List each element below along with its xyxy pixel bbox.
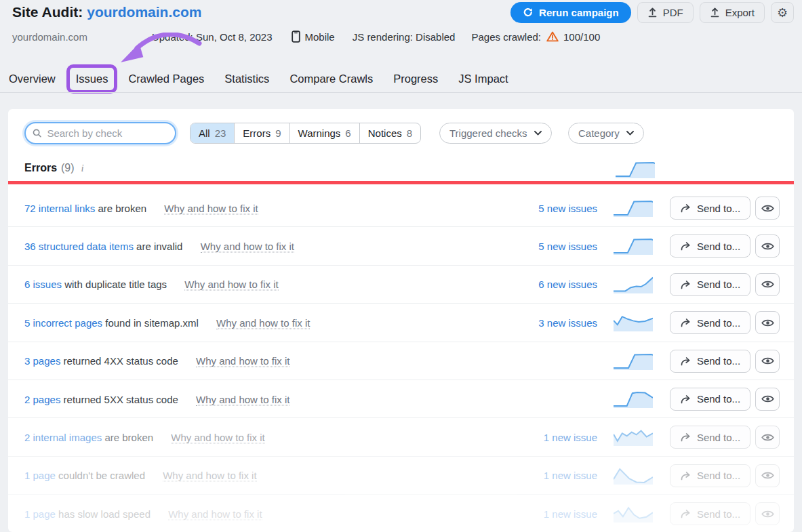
send-to-button[interactable]: Send to... <box>670 502 750 525</box>
filter-label: Warnings <box>298 127 341 139</box>
issue-link[interactable]: 1 page <box>24 508 56 519</box>
export-button[interactable]: Export <box>700 2 765 23</box>
issue-link[interactable]: 3 pages <box>24 355 60 367</box>
info-icon[interactable]: i <box>81 163 84 174</box>
upload-icon <box>710 7 720 18</box>
fix-link[interactable]: Why and how to fix it <box>171 432 264 444</box>
issue-text: with duplicate title tags <box>64 279 167 290</box>
issue-text: are invalid <box>136 241 182 252</box>
new-issues-link[interactable]: 1 new issue <box>544 508 597 519</box>
eye-icon <box>761 433 774 442</box>
fix-link[interactable]: Why and how to fix it <box>201 241 294 253</box>
issue-link[interactable]: 1 page <box>24 470 56 481</box>
fix-link[interactable]: Why and how to fix it <box>216 316 310 329</box>
send-to-button[interactable]: Send to... <box>670 197 750 220</box>
issue-text: are broken <box>104 432 153 443</box>
watch-button[interactable] <box>755 311 780 334</box>
tab-crawled-pages[interactable]: Crawled Pages <box>127 68 205 90</box>
issue-link[interactable]: 2 internal images <box>24 432 102 443</box>
send-to-button[interactable]: Send to... <box>670 350 750 373</box>
triggered-checks-dropdown[interactable]: Triggered checks <box>439 123 552 144</box>
send-to-label: Send to... <box>697 432 740 443</box>
watch-button[interactable] <box>755 464 780 487</box>
issue-link[interactable]: 72 internal links <box>24 202 95 213</box>
issue-link[interactable]: 36 structured data items <box>24 241 134 252</box>
watch-button[interactable] <box>755 197 780 220</box>
tab-progress[interactable]: Progress <box>392 68 439 90</box>
issue-description: 6 issues with duplicate title tags Why a… <box>24 279 279 290</box>
eye-icon <box>761 242 774 251</box>
issue-row: 1 page couldn't be crawled Why and how t… <box>8 457 794 495</box>
meta-domain: yourdomain.com <box>12 31 87 43</box>
filter-all[interactable]: All23 <box>191 123 235 143</box>
meta-pages-crawled: Pages crawled: 100/100 <box>471 31 600 43</box>
tab-compare-crawls[interactable]: Compare Crawls <box>288 68 374 90</box>
send-arrow-icon <box>680 280 691 289</box>
send-to-button[interactable]: Send to... <box>670 426 750 449</box>
fix-link[interactable]: Why and how to fix it <box>196 393 289 405</box>
search-input[interactable] <box>47 127 168 139</box>
send-to-label: Send to... <box>697 241 740 252</box>
send-to-button[interactable]: Send to... <box>670 234 750 258</box>
send-to-label: Send to... <box>697 470 740 481</box>
send-to-button[interactable]: Send to... <box>670 464 750 487</box>
category-dropdown[interactable]: Category <box>568 123 644 144</box>
watch-button[interactable] <box>755 273 780 296</box>
tab-statistics[interactable]: Statistics <box>223 68 270 90</box>
rerun-campaign-button[interactable]: Rerun campaign <box>510 2 631 23</box>
filter-warnings[interactable]: Warnings6 <box>290 123 360 143</box>
meta-updated: Updated: Sun, Oct 8, 2023 <box>152 31 273 43</box>
fix-link[interactable]: Why and how to fix it <box>184 279 278 291</box>
issue-text: found in sitemap.xml <box>105 316 199 328</box>
page-title-domain[interactable]: yourdomain.com <box>87 4 201 20</box>
issue-link[interactable]: 6 issues <box>24 279 62 290</box>
issue-description: 2 pages returned 5XX status code Why and… <box>24 393 289 405</box>
warning-icon[interactable] <box>546 31 559 42</box>
watch-button[interactable] <box>755 234 780 258</box>
watch-button[interactable] <box>755 426 780 449</box>
send-to-button[interactable]: Send to... <box>670 273 750 296</box>
filter-notices[interactable]: Notices8 <box>360 123 420 143</box>
pdf-button[interactable]: PDF <box>637 2 694 23</box>
new-issues-link[interactable]: 6 new issues <box>538 279 597 290</box>
eye-icon <box>761 356 774 365</box>
new-issues-link[interactable]: 3 new issues <box>538 316 597 328</box>
rerun-campaign-label: Rerun campaign <box>539 7 619 18</box>
mobile-icon <box>292 30 300 43</box>
gear-icon: ⚙ <box>777 5 788 20</box>
issue-row: 2 internal images are broken Why and how… <box>8 418 794 456</box>
page-title-prefix: Site Audit: <box>12 4 83 20</box>
tabs: OverviewIssuesCrawled PagesStatisticsCom… <box>7 68 510 90</box>
issue-link[interactable]: 5 incorrect pages <box>24 316 102 328</box>
new-issues-link[interactable]: 5 new issues <box>538 241 597 252</box>
new-issues-link[interactable]: 1 new issue <box>544 470 597 481</box>
tab-js-impact[interactable]: JS Impact <box>457 68 509 90</box>
filter-errors[interactable]: Errors9 <box>235 123 289 143</box>
issue-link[interactable]: 2 pages <box>24 393 60 405</box>
errors-title: Errors <box>24 162 57 174</box>
watch-button[interactable] <box>755 350 780 373</box>
fix-link[interactable]: Why and how to fix it <box>168 508 262 520</box>
chevron-down-icon <box>534 131 542 136</box>
send-to-button[interactable]: Send to... <box>670 388 750 411</box>
watch-button[interactable] <box>755 388 780 411</box>
search-box[interactable] <box>24 122 176 144</box>
watch-button[interactable] <box>755 502 780 525</box>
send-to-button[interactable]: Send to... <box>670 311 750 334</box>
send-to-label: Send to... <box>697 508 740 520</box>
fix-link[interactable]: Why and how to fix it <box>164 202 258 214</box>
send-arrow-icon <box>680 432 691 442</box>
send-arrow-icon <box>680 509 691 518</box>
tab-overview[interactable]: Overview <box>7 68 57 90</box>
export-label: Export <box>725 7 755 18</box>
tab-issues[interactable]: Issues <box>75 68 110 90</box>
issue-trend-sparkline <box>614 314 653 331</box>
new-issues-link[interactable]: 5 new issues <box>538 202 597 213</box>
header-actions: Rerun campaign PDF Export ⚙ <box>510 2 794 23</box>
settings-button[interactable]: ⚙ <box>771 2 794 23</box>
new-issues-link[interactable]: 1 new issue <box>544 432 597 443</box>
fix-link[interactable]: Why and how to fix it <box>196 355 289 367</box>
fix-link[interactable]: Why and how to fix it <box>163 470 256 482</box>
eye-icon <box>761 394 774 403</box>
send-to-label: Send to... <box>697 393 740 405</box>
